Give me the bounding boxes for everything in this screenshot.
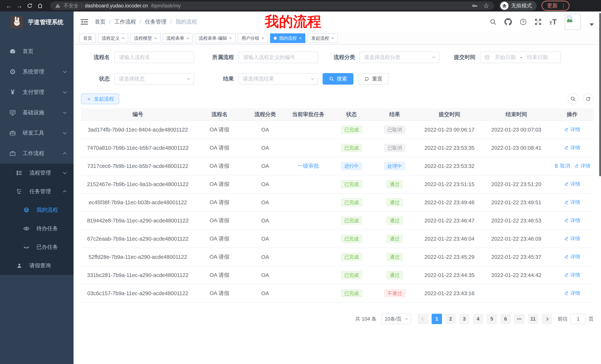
col-category: 流程分类 xyxy=(244,108,286,121)
toggle-search-button[interactable] xyxy=(568,94,578,104)
close-icon[interactable]: × xyxy=(154,36,157,40)
close-icon[interactable]: × xyxy=(186,36,189,40)
detail-link[interactable]: 详情 xyxy=(564,272,580,278)
page-button-3[interactable]: 3 xyxy=(459,314,470,324)
browser-reload-icon[interactable] xyxy=(25,1,35,10)
process-category-select[interactable]: 请选择流程分类 xyxy=(360,52,440,63)
tab-my-process[interactable]: 我的流程 × xyxy=(270,33,305,43)
sidebar-item-infra[interactable]: 基础设施 xyxy=(0,102,74,123)
close-icon[interactable]: × xyxy=(331,36,334,40)
submit-time-range-picker[interactable]: 开始日期 - 结束日期 xyxy=(480,52,561,63)
help-icon[interactable]: ? xyxy=(520,18,527,25)
detail-link[interactable]: 详情 xyxy=(564,217,580,224)
cell-task xyxy=(286,175,331,193)
yen-icon: ¥ xyxy=(9,88,16,96)
browser-forward-icon[interactable]: → xyxy=(14,1,25,10)
key-icon[interactable] xyxy=(472,3,478,9)
sidebar-item-done-tasks[interactable]: 已办任务 xyxy=(0,238,74,256)
detail-link[interactable]: 详情 xyxy=(564,144,580,151)
tab-label: 流程表单 xyxy=(166,35,184,41)
start-process-button[interactable]: ＋ 发起流程 xyxy=(81,94,119,104)
breadcrumb-item[interactable]: 工作流程 xyxy=(114,18,136,26)
close-icon[interactable]: × xyxy=(261,36,264,40)
detail-link[interactable]: 详情 xyxy=(564,199,580,206)
sidebar-item-my-process[interactable]: 我的流程 xyxy=(0,201,74,219)
font-size-icon[interactable]: TT xyxy=(549,18,557,26)
refresh-table-button[interactable] xyxy=(583,94,594,104)
next-page-button[interactable] xyxy=(541,314,552,324)
page-button-11[interactable]: 11 xyxy=(528,314,538,324)
bookmark-star-icon[interactable]: ☆ xyxy=(483,2,489,9)
sidebar-item-devtools[interactable]: 研发工具 xyxy=(0,123,74,143)
sidebar-item-process-management[interactable]: 流程管理 xyxy=(0,164,74,182)
browser-menu-icon[interactable]: ⋮ xyxy=(561,3,566,9)
sidebar-item-payment[interactable]: ¥ 支付管理 xyxy=(0,82,74,102)
cell-id: 7317cec6-7b9b-11ec-b5b7-acde48001122 xyxy=(81,157,195,175)
sidebar-item-label: 待办任务 xyxy=(36,225,58,232)
browser-back-icon[interactable]: ← xyxy=(4,1,14,10)
incognito-icon xyxy=(500,2,509,10)
tab-process-form-edit[interactable]: 流程表单-编辑 × xyxy=(195,33,235,43)
github-icon[interactable] xyxy=(504,18,512,26)
close-icon[interactable]: × xyxy=(299,36,302,40)
detail-link[interactable]: 详情 xyxy=(564,253,580,260)
fullscreen-icon[interactable] xyxy=(534,18,541,25)
scrollbar-thumb[interactable] xyxy=(599,13,601,176)
breadcrumb-item[interactable]: 首页 xyxy=(95,18,105,26)
breadcrumb-item[interactable]: 任务管理 xyxy=(145,18,166,26)
cell-category: OA xyxy=(244,121,286,139)
more-pages-icon[interactable]: ••• xyxy=(514,314,524,324)
process-definition-input[interactable] xyxy=(238,52,318,63)
detail-label: 详情 xyxy=(570,272,580,278)
close-icon[interactable]: × xyxy=(122,36,124,40)
cell-category: OA xyxy=(244,193,286,211)
cell-task xyxy=(286,211,331,230)
reset-button[interactable]: 重置 xyxy=(358,73,389,85)
prev-page-button[interactable] xyxy=(418,314,428,324)
sidebar-item-label: 支付管理 xyxy=(23,88,44,96)
page-size-select[interactable]: 10条/页 xyxy=(381,314,411,324)
status-badge: 已完成 xyxy=(341,235,362,243)
sidebar-item-todo-tasks[interactable]: 待办任务 xyxy=(0,219,74,238)
page-button-5[interactable]: 5 xyxy=(487,314,497,324)
detail-link[interactable]: 详情 xyxy=(574,163,591,169)
tab-process-definition[interactable]: 流程定义 × xyxy=(98,33,128,43)
gear-icon: ⚙ xyxy=(9,68,16,75)
sidebar-item-home[interactable]: 首页 xyxy=(0,41,74,62)
result-badge: 处理中 xyxy=(384,162,405,170)
detail-link[interactable]: 详情 xyxy=(564,126,580,133)
sidebar-item-system[interactable]: ⚙ 系统管理 xyxy=(0,62,74,82)
goto-page-input[interactable] xyxy=(570,314,586,324)
page-button-1[interactable]: 1 xyxy=(432,314,442,324)
sidebar-item-workflow[interactable]: 工作流程 xyxy=(0,143,74,164)
page-button-6[interactable]: 6 xyxy=(500,314,511,324)
tab-home[interactable]: 首页 xyxy=(80,33,96,43)
close-icon[interactable]: × xyxy=(229,36,232,40)
process-name-input[interactable] xyxy=(114,52,194,63)
status-select[interactable]: 请选择状态 xyxy=(114,73,194,85)
detail-link[interactable]: 详情 xyxy=(564,290,580,297)
avatar[interactable] xyxy=(565,14,581,30)
sidebar-item-leave-query[interactable]: 请假查询 xyxy=(0,256,74,275)
address-bar[interactable]: 不安全 dashboard.yudao.iocoder.cn /bpm/task… xyxy=(50,1,494,10)
tab-process-form[interactable]: 流程表单 × xyxy=(163,33,193,43)
current-task-link[interactable]: 一级审批 xyxy=(298,163,319,169)
search-button[interactable]: 搜索 xyxy=(323,73,353,85)
tab-label: 我的流程 xyxy=(279,35,297,41)
page-button-4[interactable]: 4 xyxy=(473,314,483,324)
page-button-2[interactable]: 2 xyxy=(445,314,456,324)
search-icon[interactable] xyxy=(490,18,497,25)
cancel-link[interactable]: 取消 xyxy=(554,163,570,169)
sidebar-item-task-management[interactable]: 任务管理 xyxy=(0,182,74,201)
detail-link[interactable]: 详情 xyxy=(564,181,580,187)
result-select[interactable]: 请选择流结果 xyxy=(238,73,318,85)
tab-user-group[interactable]: 用户分组 × xyxy=(238,33,268,43)
tab-start-process[interactable]: 发起流程 × xyxy=(308,33,338,43)
process-category-label: 流程分类 xyxy=(323,54,360,61)
browser-update-button[interactable]: 更新 ⋮ xyxy=(541,1,570,11)
browser-home-icon[interactable] xyxy=(35,1,45,10)
tab-process-model[interactable]: 流程模型 × xyxy=(130,33,160,43)
detail-link[interactable]: 详情 xyxy=(564,235,580,242)
sidebar-fold-icon[interactable] xyxy=(80,19,88,25)
avatar-caret-icon[interactable] xyxy=(590,23,594,26)
